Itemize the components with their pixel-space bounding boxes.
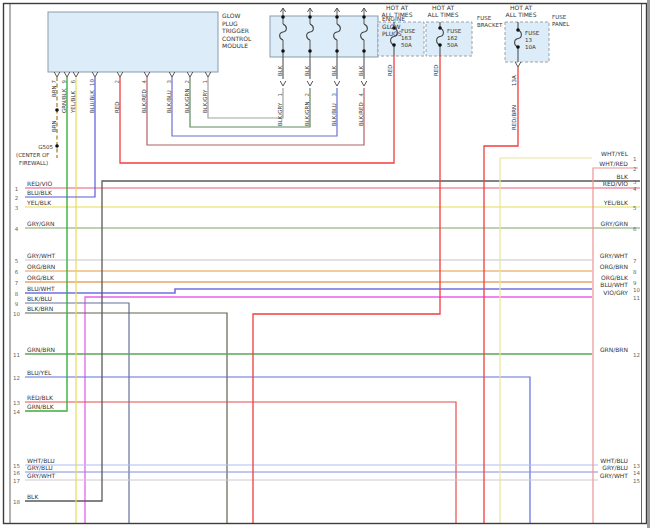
label: 4: [358, 93, 364, 97]
left-wire-label: RED/BLK: [27, 394, 54, 401]
engine-glow-plugs-box: [270, 16, 378, 57]
right-wire-label: YEL/BLK: [603, 199, 629, 206]
left-wire-label: GRN/BRN: [27, 346, 55, 353]
left-pin-number: 17: [13, 478, 20, 484]
label: 7: [51, 80, 57, 84]
label: 2: [184, 80, 190, 84]
label: BLK/BLU: [166, 90, 172, 113]
left-pin-number: 2: [15, 195, 19, 201]
left-wire-label: ORG/BLK: [27, 274, 55, 281]
wiring-diagram-page: GLOWPLUGTRIGGERCONTROLMODULEENGINEGLOWPL…: [0, 0, 650, 528]
left-pin-number: 12: [13, 375, 20, 381]
glow-plug-wiring-diagram: GLOWPLUGTRIGGERCONTROLMODULEENGINEGLOWPL…: [0, 0, 650, 528]
junction-dot: [335, 49, 339, 53]
label: 163: [401, 35, 412, 41]
left-pin-number: 6: [15, 269, 19, 275]
right-wire-label: VIO/GRY: [603, 289, 628, 296]
right-wire-label: WHT/BLU: [600, 457, 628, 464]
right-wire-label: GRY/GRN: [601, 220, 628, 227]
label: (CENTER OF: [16, 152, 49, 158]
label: 6: [70, 80, 76, 84]
left-wire-label: GRY/GRN: [27, 220, 54, 227]
label: RED: [387, 64, 393, 76]
label: 4: [141, 80, 147, 84]
left-pin-number: 4: [15, 226, 19, 232]
label: BLK/GRN: [184, 89, 190, 114]
left-pin-number: 1: [15, 186, 19, 192]
label: ALL TIMES: [428, 11, 459, 18]
label: BLK: [277, 65, 283, 76]
left-wire-label: BLU/WHT: [27, 285, 55, 292]
junction-dot: [281, 49, 285, 53]
label: FUSE: [401, 28, 416, 34]
left-pin-number: 8: [15, 291, 19, 297]
label: ALL TIMES: [382, 11, 413, 18]
label: BLK: [331, 65, 337, 76]
right-wire-label: GRY/WHT: [600, 252, 629, 259]
right-pin-number: 5: [633, 205, 637, 211]
left-wire-label: BLK: [27, 493, 39, 500]
glow-plug-control-module-box: [48, 12, 218, 72]
left-pin-number: 13: [13, 400, 20, 406]
label: BLK: [358, 65, 364, 76]
right-pin-number: 13: [633, 463, 640, 469]
label: BLK: [304, 65, 310, 76]
label: BLK/GRN: [304, 102, 310, 127]
left-wire-label: GRN/BLK: [27, 403, 55, 410]
label: HOT AT: [386, 4, 408, 11]
left-pin-number: 14: [13, 409, 20, 415]
left-pin-number: 9: [15, 301, 19, 307]
right-pin-number: 9: [633, 280, 637, 286]
label: PLUGS: [382, 30, 402, 37]
left-pin-number: 5: [15, 258, 19, 264]
label: ALL TIMES: [506, 11, 537, 18]
left-pin-number: 18: [13, 499, 20, 505]
left-pin-number: 10: [13, 311, 20, 317]
label: FUSE: [525, 30, 540, 36]
label: HOT AT: [432, 4, 454, 11]
junction-dot: [438, 26, 442, 30]
label: TRIGGER: [221, 27, 249, 34]
junction-dot: [308, 49, 312, 53]
label: YEL/BLK: [70, 90, 76, 114]
right-pin-number: 3: [633, 179, 637, 185]
right-pin-number: 7: [633, 258, 637, 264]
left-wire-label: GRY/WHT: [27, 472, 56, 479]
left-pin-number: 15: [13, 463, 20, 469]
label: 3: [166, 80, 172, 84]
right-wire-label: ORG/BLK: [601, 274, 629, 281]
left-pin-number: 16: [13, 470, 20, 476]
right-wire-label: RED/VIO: [603, 180, 628, 187]
label: RED/BRN: [511, 105, 517, 130]
junction-dot: [392, 43, 396, 47]
label: MODULE: [222, 42, 248, 49]
label: GLOW: [222, 12, 241, 19]
right-pin-number: 11: [633, 295, 640, 301]
junction-dot: [362, 49, 366, 53]
left-wire-label: WHT/BLU: [27, 457, 55, 464]
label: FUSE: [477, 15, 492, 21]
label: BRN: [51, 120, 57, 132]
label: BRN: [51, 85, 57, 97]
junction-dot: [55, 144, 59, 148]
right-wire-label: GRY/BLU: [602, 464, 628, 471]
label: 13: [525, 37, 532, 43]
junction-dot: [55, 108, 59, 112]
junction-dot: [362, 15, 366, 19]
label: BLK/BLU: [331, 103, 337, 126]
label: BLK/RED: [358, 102, 364, 126]
left-wire-label: RED/VIO: [27, 180, 52, 187]
right-pin-number: 1: [633, 156, 637, 162]
right-pin-number: 6: [633, 226, 637, 232]
label: G505: [38, 144, 53, 150]
label: FIREWALL): [19, 160, 48, 166]
label: 10A: [525, 44, 536, 50]
left-wire-label: GRY/BLU: [27, 464, 53, 471]
label: 10: [89, 79, 95, 86]
junction-dot: [335, 15, 339, 19]
right-wire-label: WHT/YEL: [601, 150, 629, 157]
left-pin-number: 11: [13, 352, 20, 358]
label: GLOW: [382, 23, 401, 30]
right-pin-number: 2: [633, 166, 637, 172]
label: 50A: [447, 42, 458, 48]
